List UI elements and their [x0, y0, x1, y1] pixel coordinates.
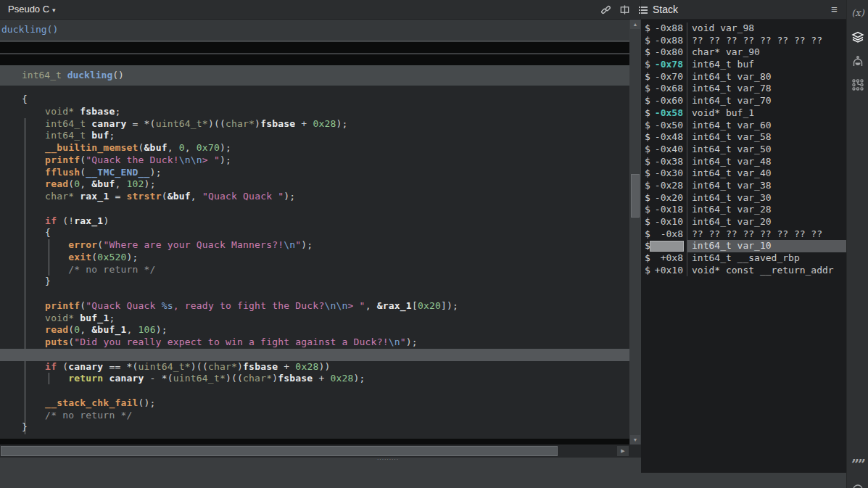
split-view-icon[interactable] [618, 4, 631, 17]
stack-offset[interactable]: -0x68 [651, 83, 683, 95]
code-line[interactable]: int64_t buf; [0, 130, 629, 142]
code-line[interactable]: /* no return */ [0, 264, 629, 276]
stack-offset[interactable]: -0x40 [651, 144, 683, 156]
stack-offset[interactable]: -0x48 [651, 131, 683, 144]
stack-offset[interactable]: -0x70 [651, 71, 683, 83]
stack-row[interactable]: $-0x38int64_t var_48 [641, 156, 846, 168]
function-signature-header[interactable]: int64_t duckling() [0, 65, 629, 86]
code-line[interactable]: fflush(__TMC_END__); [0, 167, 629, 179]
circuit-map-icon[interactable] [847, 75, 868, 94]
menu-icon[interactable] [637, 4, 650, 17]
assistant-robot-icon[interactable] [847, 52, 868, 71]
vertical-scroll-thumb[interactable] [631, 174, 640, 218]
stack-row[interactable]: $-0x80char* var_90 [641, 46, 846, 59]
stack-variable-declaration[interactable]: int64_t var_48 [692, 156, 772, 168]
code-line[interactable]: { [0, 227, 629, 239]
code-horizontal-scrollbar[interactable]: ▶ [0, 444, 641, 458]
code-line[interactable]: printf("Quack Quack %s, ready to fight t… [0, 300, 629, 313]
stack-offset[interactable]: +0x10 [651, 265, 683, 277]
code-line[interactable]: exit(0x520); [0, 252, 629, 264]
stack-offset[interactable]: -0x88 [651, 22, 683, 35]
stack-offset[interactable]: -0x38 [651, 156, 683, 168]
stack-offset[interactable]: -0x10 [651, 216, 683, 228]
code-line[interactable] [0, 288, 629, 300]
stack-layers-icon[interactable] [847, 28, 868, 46]
scroll-down-arrow[interactable]: ▼ [630, 435, 640, 444]
stack-row[interactable]: $+0x8int64_t __saved_rbp [641, 252, 846, 265]
code-line[interactable]: __builtin_memset(&buf, 0, 0x70); [0, 142, 629, 154]
code-line[interactable]: puts("Did you really expect to win a fig… [0, 336, 629, 349]
code-line[interactable]: { [0, 94, 629, 106]
stack-variable-declaration[interactable]: void* const __return_addr [692, 265, 834, 277]
code-line[interactable]: error("Where are your Quack Manners?!\n"… [0, 239, 629, 252]
stack-variable-declaration[interactable]: ?? ?? ?? ?? ?? ?? ?? ?? [692, 228, 822, 241]
stack-offset[interactable]: -0x50 [651, 120, 683, 132]
pseudo-c-code-view[interactable]: { void* fsbase; int64_t canary = *(uint6… [0, 86, 629, 439]
stack-row[interactable]: $-0x78int64_t buf [641, 59, 846, 71]
stack-row[interactable]: $+0x10void* const __return_addr [641, 265, 846, 277]
scroll-up-arrow[interactable]: ▲ [630, 20, 640, 29]
stack-variable-declaration[interactable]: int64_t var_20 [692, 216, 772, 228]
stack-variable-declaration[interactable]: ?? ?? ?? ?? ?? ?? ?? ?? [692, 35, 822, 47]
code-line[interactable]: __stack_chk_fail(); [0, 397, 629, 410]
function-name[interactable]: duckling [67, 70, 113, 80]
code-line[interactable]: read(0, &buf, 102); [0, 178, 629, 191]
stack-offset[interactable]: -0x60 [651, 95, 683, 107]
stack-offset[interactable]: -0x8 [651, 228, 683, 241]
code-line[interactable]: char* rax_1 = strstr(&buf, "Quack Quack … [0, 191, 629, 203]
stack-variable-declaration[interactable]: int64_t var_70 [692, 95, 772, 107]
stack-offset[interactable]: -0x18 [651, 204, 683, 216]
stack-row[interactable]: $-0x20int64_t var_30 [641, 192, 846, 204]
stack-menu-icon[interactable]: ≡ [831, 3, 838, 15]
stack-variable-declaration[interactable]: int64_t var_80 [692, 71, 772, 83]
stack-variable-declaration[interactable]: void var_98 [692, 22, 754, 35]
code-line[interactable]: printf("Quack the Duck!\n\n> "); [0, 154, 629, 167]
stack-row[interactable]: $-0x28int64_t var_38 [641, 180, 846, 192]
variables-icon[interactable]: (x) [847, 3, 868, 22]
function-reference[interactable]: duckling() [1, 24, 58, 35]
clock-icon[interactable] [847, 479, 868, 488]
offset-edit-cell[interactable] [650, 241, 684, 252]
stack-variable-declaration[interactable]: int64_t var_78 [692, 83, 772, 95]
stack-row[interactable]: $-0x60int64_t var_70 [641, 95, 846, 107]
stack-variable-declaration[interactable]: int64_t __saved_rbp [692, 252, 800, 265]
code-line[interactable]: int64_t canary = *(uint64_t*)((char*)fsb… [0, 118, 629, 131]
stack-row-selected[interactable]: $int64_t var_10 [641, 240, 846, 252]
stack-variable-declaration[interactable]: int64_t var_40 [692, 168, 772, 180]
stack-offset[interactable]: -0x28 [651, 180, 683, 192]
stack-offset[interactable]: -0x58 [651, 107, 683, 120]
stack-variable-declaration[interactable]: void* buf_1 [692, 107, 754, 120]
stack-row[interactable]: $-0x48int64_t var_58 [641, 131, 846, 144]
stack-row[interactable]: $-0x88?? ?? ?? ?? ?? ?? ?? ?? [641, 35, 846, 47]
code-line[interactable]: if (!rax_1) [0, 215, 629, 228]
code-line[interactable]: if (canary == *(uint64_t*)((char*)fsbase… [0, 361, 629, 373]
stack-variable-declaration[interactable]: int64_t var_28 [692, 204, 772, 216]
stack-row[interactable]: $-0x8?? ?? ?? ?? ?? ?? ?? ?? [641, 228, 846, 241]
code-line[interactable]: void* buf_1; [0, 313, 629, 325]
stack-row[interactable]: $-0x30int64_t var_40 [641, 168, 846, 180]
stack-row[interactable]: $-0x40int64_t var_50 [641, 144, 846, 156]
comments-quote-icon[interactable]: ”” [847, 455, 868, 473]
stack-offset[interactable]: -0x78 [651, 59, 683, 71]
stack-row[interactable]: $-0x58void* buf_1 [641, 107, 846, 120]
stack-offset[interactable]: -0x20 [651, 192, 683, 204]
code-line[interactable]: } [0, 421, 629, 434]
stack-offset[interactable]: -0x30 [651, 168, 683, 180]
sync-link-icon[interactable] [599, 4, 612, 17]
code-line[interactable] [0, 385, 629, 397]
stack-variable-declaration[interactable]: int64_t var_60 [692, 120, 772, 132]
stack-variable-declaration[interactable]: char* var_90 [692, 46, 760, 59]
stack-offset[interactable]: -0x88 [651, 35, 683, 47]
stack-variable-declaration[interactable]: int64_t var_58 [692, 131, 772, 144]
stack-row[interactable]: $-0x70int64_t var_80 [641, 71, 846, 83]
stack-variable-declaration[interactable]: int64_t var_30 [692, 192, 772, 204]
stack-variable-declaration[interactable]: int64_t var_38 [692, 180, 772, 192]
view-mode-dropdown[interactable]: Pseudo C▾ [8, 4, 56, 15]
stack-offset[interactable]: +0x8 [651, 252, 683, 265]
stack-row[interactable]: $-0x18int64_t var_28 [641, 204, 846, 216]
splitter-handle[interactable]: ········· [366, 457, 410, 462]
code-line[interactable]: } [0, 276, 629, 288]
stack-row[interactable]: $-0x50int64_t var_60 [641, 120, 846, 132]
stack-variable-declaration[interactable]: int64_t buf [692, 59, 754, 71]
code-line[interactable]: void* fsbase; [0, 106, 629, 118]
